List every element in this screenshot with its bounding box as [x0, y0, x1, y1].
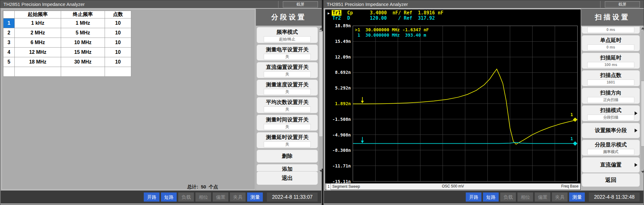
stop-frequency-cell[interactable] [61, 67, 105, 77]
panel-button[interactable]: 删除 [257, 150, 318, 163]
status-button[interactable]: 测量 [247, 192, 263, 202]
panel-button[interactable]: 测量延时设置开关关 [257, 132, 318, 148]
status-button[interactable]: 开路 [144, 192, 159, 202]
row-index-cell[interactable]: 5 [3, 57, 15, 67]
stop-frequency-cell[interactable]: 30 MHz [61, 57, 105, 67]
panel-button[interactable]: 频率模式起始/终止 [257, 27, 318, 43]
y-axis-tick: -8.308n [326, 148, 351, 153]
scroll-up-icon[interactable] [319, 28, 323, 30]
points-cell[interactable]: 10 [105, 38, 131, 48]
panel-button[interactable]: 单点延时0 ms [582, 35, 640, 51]
row-index-cell[interactable] [3, 67, 15, 77]
chart-canvas: 11 [353, 26, 577, 181]
instrument-screen: ▶ Tr1 Cp 3.4000 nF/ Ref 1.8916 nF▶ Tr2 D… [325, 9, 581, 190]
y-axis-tick: -11.71n [326, 163, 351, 168]
status-button[interactable]: 偏置 [535, 192, 550, 202]
status-button[interactable]: 相位 [195, 192, 211, 202]
total-points-label: 总计: 50 个点 [174, 184, 231, 190]
segment-setup-window: TH2851 Precision Impedance Analyzer 截屏 起… [0, 0, 322, 205]
panel-button[interactable]: 分段显示模式频率模式 [582, 140, 640, 156]
start-frequency-cell[interactable]: 6 MHz [15, 38, 61, 48]
panel-button[interactable]: 测量电平设置开关关 [257, 44, 318, 61]
points-cell[interactable] [105, 67, 131, 77]
start-frequency-cell[interactable] [15, 67, 61, 77]
screenshot-button[interactable]: 截屏 [283, 1, 318, 8]
trace-readout-line: ▶ Tr2 D 120.00 / Ref 317.92 [328, 16, 435, 21]
status-button[interactable]: 夹具 [552, 192, 568, 202]
status-button[interactable]: 相位 [517, 192, 533, 202]
status-button[interactable]: 夹具 [230, 192, 246, 202]
panel-scrollbar[interactable] [319, 27, 323, 173]
row-index-cell[interactable]: 2 [3, 28, 15, 38]
start-frequency-cell[interactable]: 2 MHz [15, 28, 61, 38]
panel-button[interactable]: 直流偏置设置开关关 [257, 62, 318, 78]
panel-button[interactable]: 0 ms [582, 27, 640, 34]
status-button[interactable]: 偏置 [213, 192, 228, 202]
y-axis-tick: 8.692n [326, 70, 351, 75]
status-timestamp: 2022-4-8 11:33:07 [267, 192, 318, 202]
y-axis-tick: -1.508n [326, 117, 351, 122]
scroll-up-icon[interactable] [641, 27, 644, 29]
status-button[interactable]: 开路 [466, 192, 481, 202]
segment-table-header: 终止频率 [61, 11, 105, 18]
left-titlebar[interactable]: TH2851 Precision Impedance Analyzer 截屏 [0, 0, 322, 8]
start-frequency-cell[interactable]: 12 MHz [15, 48, 61, 57]
scroll-down-icon[interactable] [641, 171, 644, 173]
desktop: TH2851 Precision Impedance Analyzer 截屏 起… [0, 0, 644, 205]
marker-diamond-icon [573, 117, 577, 122]
stop-frequency-cell[interactable]: 1 MHz [61, 18, 105, 28]
stop-frequency-cell[interactable]: 15 MHz [61, 48, 105, 57]
trace-name[interactable]: Tr1 [332, 10, 341, 16]
row-index-cell[interactable]: 3 [3, 38, 15, 48]
marker-number-label: 1 [570, 136, 573, 141]
right-titlebar[interactable]: TH2851 Precision Impedance Analyzer 截屏 [324, 0, 644, 8]
points-cell[interactable]: 10 [105, 57, 131, 67]
row-index-cell[interactable]: 1 [3, 18, 15, 28]
scrollbar-thumb[interactable] [641, 81, 644, 146]
panel-button[interactable]: 测量速度设置开关关 [257, 79, 318, 96]
segment-panel-title: 分段设置 [256, 9, 322, 26]
panel-button[interactable]: 平均次数设置开关关 [257, 97, 318, 113]
status-button[interactable]: 负载 [178, 192, 194, 202]
panel-button[interactable]: 扫描点数1601 [582, 70, 640, 86]
stop-frequency-cell[interactable]: 5 MHz [61, 28, 105, 38]
start-frequency-cell[interactable]: 1 kHz [15, 18, 61, 28]
status-button[interactable]: 测量 [569, 192, 585, 202]
titlebar-divider [600, 1, 600, 8]
panel-button[interactable]: 扫描方向正向扫描 [582, 88, 640, 104]
trace-name[interactable]: Tr2 [332, 15, 341, 21]
stop-frequency-cell[interactable]: 10 MHz [61, 38, 105, 48]
points-cell[interactable]: 10 [105, 48, 131, 57]
marker-readout-tr2: 1 30.000000 MHz 393.40 m [355, 33, 426, 38]
status-button[interactable]: 负载 [500, 192, 516, 202]
window-title: TH2851 Precision Impedance Analyzer [3, 2, 85, 7]
y-axis-tick: 12.09n [326, 54, 351, 59]
panel-button[interactable]: 扫描模式分段扫描 [582, 105, 640, 121]
points-cell[interactable]: 10 [105, 28, 131, 38]
status-button[interactable]: 短路 [483, 192, 499, 202]
segment-panel-buttons: 频率模式起始/终止测量电平设置开关关直流偏置设置开关关测量速度设置开关关平均次数… [257, 27, 318, 171]
row-index-cell[interactable]: 4 [3, 48, 15, 57]
start-frequency-cell[interactable]: 18 MHz [15, 57, 61, 67]
status-button[interactable]: 短路 [161, 192, 177, 202]
marker-readout-tr1: >1 30.000000 MHz -1.6347 nF [355, 27, 429, 33]
active-trace-icon: ▶ [328, 11, 332, 15]
panel-scrollbar[interactable] [641, 27, 644, 174]
screenshot-button[interactable]: 截屏 [605, 1, 640, 8]
panel-button[interactable]: 直流偏置 [582, 157, 640, 173]
back-button[interactable]: 返回 [582, 173, 640, 187]
trace-readout-values: Cp 3.4000 nF/ Ref 1.8916 nF [341, 10, 443, 16]
scrollbar-track[interactable] [641, 31, 644, 170]
points-cell[interactable]: 10 [105, 18, 131, 28]
panel-button[interactable]: 测量时间设置开关关 [257, 115, 318, 131]
exit-button[interactable]: 退出 [257, 171, 318, 185]
sweep-setup-window: TH2851 Precision Impedance Analyzer 截屏 ▶… [323, 0, 644, 205]
panel-button[interactable]: 扫描延时100 ms [582, 53, 640, 69]
titlebar-divider [278, 1, 278, 8]
scroll-down-icon[interactable] [319, 170, 323, 172]
panel-button[interactable]: 添加 [257, 164, 318, 171]
scrollbar-thumb[interactable] [319, 32, 323, 137]
scrollbar-track[interactable] [319, 31, 323, 169]
panel-button[interactable]: 设置频率分段 [582, 123, 640, 138]
segment-table-header: 起始频率 [15, 11, 61, 18]
